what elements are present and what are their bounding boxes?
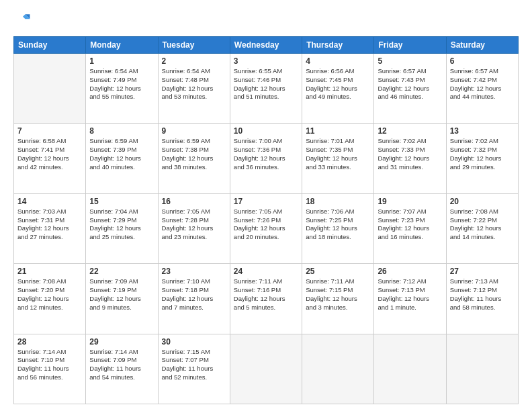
day-number: 24 (234, 267, 298, 276)
day-number: 20 (450, 197, 515, 206)
day-number: 19 (378, 197, 442, 206)
day-info: Sunrise: 7:05 AM Sunset: 7:26 PM Dayligh… (234, 208, 298, 242)
weekday-header-saturday: Saturday (446, 37, 518, 54)
day-number: 22 (89, 267, 154, 276)
calendar-week-3: 14Sunrise: 7:03 AM Sunset: 7:31 PM Dayli… (14, 193, 519, 263)
day-info: Sunrise: 7:12 AM Sunset: 7:13 PM Dayligh… (378, 277, 442, 312)
weekday-header-friday: Friday (374, 37, 446, 54)
day-info: Sunrise: 7:11 AM Sunset: 7:16 PM Dayligh… (234, 277, 298, 312)
calendar-cell: 19Sunrise: 7:07 AM Sunset: 7:23 PM Dayli… (374, 193, 446, 263)
day-number: 7 (17, 126, 82, 136)
day-info: Sunrise: 7:08 AM Sunset: 7:22 PM Dayligh… (450, 208, 515, 242)
calendar-cell: 23Sunrise: 7:10 AM Sunset: 7:18 PM Dayli… (158, 264, 230, 334)
calendar-cell: 29Sunrise: 7:14 AM Sunset: 7:09 PM Dayli… (86, 334, 158, 404)
day-info: Sunrise: 7:14 AM Sunset: 7:09 PM Dayligh… (89, 348, 154, 382)
day-number: 26 (378, 267, 442, 276)
day-number: 8 (89, 126, 154, 136)
day-number: 29 (89, 337, 154, 347)
calendar-cell: 26Sunrise: 7:12 AM Sunset: 7:13 PM Dayli… (374, 264, 446, 334)
calendar-cell: 18Sunrise: 7:06 AM Sunset: 7:25 PM Dayli… (302, 193, 374, 263)
day-info: Sunrise: 6:59 AM Sunset: 7:39 PM Dayligh… (89, 137, 154, 171)
calendar-cell (14, 54, 86, 124)
day-info: Sunrise: 6:55 AM Sunset: 7:46 PM Dayligh… (234, 67, 298, 101)
day-info: Sunrise: 7:04 AM Sunset: 7:29 PM Dayligh… (89, 208, 154, 242)
calendar-cell: 30Sunrise: 7:15 AM Sunset: 7:07 PM Dayli… (158, 334, 230, 404)
day-number: 1 (89, 56, 154, 66)
weekday-header-monday: Monday (86, 37, 158, 54)
calendar-week-2: 7Sunrise: 6:58 AM Sunset: 7:41 PM Daylig… (14, 124, 519, 193)
day-number: 11 (306, 126, 370, 136)
day-number: 10 (234, 126, 298, 136)
day-info: Sunrise: 7:15 AM Sunset: 7:07 PM Dayligh… (162, 348, 226, 382)
calendar-cell: 3Sunrise: 6:55 AM Sunset: 7:46 PM Daylig… (230, 54, 302, 124)
calendar-header-row: SundayMondayTuesdayWednesdayThursdayFrid… (14, 37, 519, 54)
day-info: Sunrise: 6:57 AM Sunset: 7:42 PM Dayligh… (450, 67, 515, 101)
calendar-cell: 14Sunrise: 7:03 AM Sunset: 7:31 PM Dayli… (14, 193, 86, 263)
day-number: 15 (89, 197, 154, 206)
calendar-cell: 20Sunrise: 7:08 AM Sunset: 7:22 PM Dayli… (446, 193, 518, 263)
logo-icon (13, 11, 32, 30)
day-number: 12 (378, 126, 442, 136)
calendar-cell: 12Sunrise: 7:02 AM Sunset: 7:33 PM Dayli… (374, 124, 446, 193)
weekday-header-tuesday: Tuesday (158, 37, 230, 54)
calendar-cell: 6Sunrise: 6:57 AM Sunset: 7:42 PM Daylig… (446, 54, 518, 124)
day-info: Sunrise: 7:02 AM Sunset: 7:33 PM Dayligh… (378, 137, 442, 171)
calendar-cell: 28Sunrise: 7:14 AM Sunset: 7:10 PM Dayli… (14, 334, 86, 404)
day-number: 9 (162, 126, 226, 136)
day-number: 30 (162, 337, 226, 347)
day-number: 2 (162, 56, 226, 66)
calendar-cell: 13Sunrise: 7:02 AM Sunset: 7:32 PM Dayli… (446, 124, 518, 193)
calendar-cell: 5Sunrise: 6:57 AM Sunset: 7:43 PM Daylig… (374, 54, 446, 124)
logo (13, 11, 35, 30)
day-info: Sunrise: 7:10 AM Sunset: 7:18 PM Dayligh… (162, 277, 226, 312)
calendar-cell: 27Sunrise: 7:13 AM Sunset: 7:12 PM Dayli… (446, 264, 518, 334)
day-info: Sunrise: 6:54 AM Sunset: 7:48 PM Dayligh… (162, 67, 226, 101)
calendar-cell (302, 334, 374, 404)
day-number: 16 (162, 197, 226, 206)
calendar-cell: 9Sunrise: 6:59 AM Sunset: 7:38 PM Daylig… (158, 124, 230, 193)
calendar-cell (374, 334, 446, 404)
calendar-table: SundayMondayTuesdayWednesdayThursdayFrid… (13, 36, 519, 404)
day-number: 21 (17, 267, 82, 276)
weekday-header-thursday: Thursday (302, 37, 374, 54)
calendar-week-1: 1Sunrise: 6:54 AM Sunset: 7:49 PM Daylig… (14, 54, 519, 124)
calendar-cell: 22Sunrise: 7:09 AM Sunset: 7:19 PM Dayli… (86, 264, 158, 334)
day-number: 25 (306, 267, 370, 276)
calendar-cell: 4Sunrise: 6:56 AM Sunset: 7:45 PM Daylig… (302, 54, 374, 124)
day-number: 17 (234, 197, 298, 206)
day-info: Sunrise: 7:11 AM Sunset: 7:15 PM Dayligh… (306, 277, 370, 312)
page-header (13, 11, 519, 30)
calendar-cell: 8Sunrise: 6:59 AM Sunset: 7:39 PM Daylig… (86, 124, 158, 193)
day-info: Sunrise: 7:13 AM Sunset: 7:12 PM Dayligh… (450, 277, 515, 312)
day-info: Sunrise: 7:01 AM Sunset: 7:35 PM Dayligh… (306, 137, 370, 171)
calendar-cell: 15Sunrise: 7:04 AM Sunset: 7:29 PM Dayli… (86, 193, 158, 263)
calendar-week-5: 28Sunrise: 7:14 AM Sunset: 7:10 PM Dayli… (14, 334, 519, 404)
day-info: Sunrise: 7:07 AM Sunset: 7:23 PM Dayligh… (378, 208, 442, 242)
day-info: Sunrise: 6:57 AM Sunset: 7:43 PM Dayligh… (378, 67, 442, 101)
calendar-cell: 1Sunrise: 6:54 AM Sunset: 7:49 PM Daylig… (86, 54, 158, 124)
day-number: 4 (306, 56, 370, 66)
day-info: Sunrise: 6:59 AM Sunset: 7:38 PM Dayligh… (162, 137, 226, 171)
day-info: Sunrise: 7:06 AM Sunset: 7:25 PM Dayligh… (306, 208, 370, 242)
day-number: 3 (234, 56, 298, 66)
day-number: 18 (306, 197, 370, 206)
calendar-cell: 11Sunrise: 7:01 AM Sunset: 7:35 PM Dayli… (302, 124, 374, 193)
calendar-cell: 7Sunrise: 6:58 AM Sunset: 7:41 PM Daylig… (14, 124, 86, 193)
day-number: 5 (378, 56, 442, 66)
calendar-cell: 2Sunrise: 6:54 AM Sunset: 7:48 PM Daylig… (158, 54, 230, 124)
day-number: 28 (17, 337, 82, 347)
day-info: Sunrise: 6:54 AM Sunset: 7:49 PM Dayligh… (89, 67, 154, 101)
calendar-cell: 17Sunrise: 7:05 AM Sunset: 7:26 PM Dayli… (230, 193, 302, 263)
calendar-week-4: 21Sunrise: 7:08 AM Sunset: 7:20 PM Dayli… (14, 264, 519, 334)
day-number: 23 (162, 267, 226, 276)
day-info: Sunrise: 7:09 AM Sunset: 7:19 PM Dayligh… (89, 277, 154, 312)
day-info: Sunrise: 7:00 AM Sunset: 7:36 PM Dayligh… (234, 137, 298, 171)
day-info: Sunrise: 7:03 AM Sunset: 7:31 PM Dayligh… (17, 208, 82, 242)
calendar-cell: 16Sunrise: 7:05 AM Sunset: 7:28 PM Dayli… (158, 193, 230, 263)
day-info: Sunrise: 7:05 AM Sunset: 7:28 PM Dayligh… (162, 208, 226, 242)
day-info: Sunrise: 7:02 AM Sunset: 7:32 PM Dayligh… (450, 137, 515, 171)
calendar-cell: 24Sunrise: 7:11 AM Sunset: 7:16 PM Dayli… (230, 264, 302, 334)
calendar-cell: 10Sunrise: 7:00 AM Sunset: 7:36 PM Dayli… (230, 124, 302, 193)
day-info: Sunrise: 6:58 AM Sunset: 7:41 PM Dayligh… (17, 137, 82, 171)
day-info: Sunrise: 6:56 AM Sunset: 7:45 PM Dayligh… (306, 67, 370, 101)
